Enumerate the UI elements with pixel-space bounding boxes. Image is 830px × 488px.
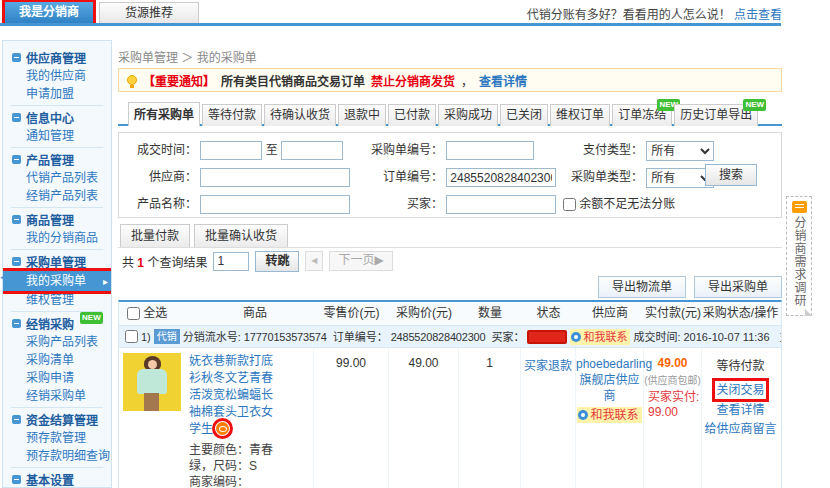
page-number-input[interactable] — [213, 252, 249, 271]
notice-body: 所有类目代销商品交易订单 — [221, 72, 365, 89]
contact-me-badge[interactable]: 和我联系 — [577, 407, 641, 423]
table-header-row: 全选 商品 零售价(元) 采购价(元) 数量 状态 供应商 实付款(元) 采购状… — [119, 302, 781, 326]
export-logistics-button[interactable]: 导出物流单 — [598, 276, 686, 298]
wangwang-icon — [578, 410, 588, 420]
search-button[interactable]: 搜索 — [705, 164, 757, 186]
sidebar-item-consignment-product-list[interactable]: 代销产品列表 — [3, 169, 111, 187]
tab-purchase-success[interactable]: 采购成功 — [438, 104, 498, 126]
col-paid: 实付款(元) — [644, 302, 702, 325]
batch-confirm-receipt-button[interactable]: 批量确认收货 — [194, 224, 288, 247]
insufficient-balance-checkbox[interactable] — [563, 198, 576, 211]
divider — [11, 249, 103, 250]
sidebar-item-distribution-product-list[interactable]: 经销产品列表 — [3, 187, 111, 205]
contact-me-badge[interactable]: 和我联系 — [570, 329, 630, 345]
sidebar-item-rights-management[interactable]: 维权管理 — [3, 291, 111, 309]
sidebar-item-my-suppliers[interactable]: 我的供应商 — [3, 67, 111, 85]
status-buyer-refund-link[interactable]: 买家退款 — [524, 359, 572, 373]
section-supplier-management[interactable]: 供应商管理 — [3, 47, 111, 67]
product-name-label: 产品名称： — [133, 194, 197, 215]
order-status-tabs: 所有采购单 等待付款 待确认收货 退款中 已付款 采购成功 已关闭 维权订单 订… — [118, 102, 782, 126]
tab-paid[interactable]: 已付款 — [388, 104, 436, 126]
message-supplier-link[interactable]: 给供应商留言 — [702, 420, 779, 439]
operations-cell: 等待付款 关闭交易 查看详情 给供应商留言 — [702, 348, 779, 488]
sidebar-item-distribution-purchase-orders[interactable]: 经销采购单 — [3, 387, 111, 405]
flow-no: 17770153573574 — [244, 326, 327, 348]
jump-button[interactable]: 转跳 — [255, 251, 299, 272]
sidebar-item-purchase-product-list[interactable]: 采购产品列表 — [3, 333, 111, 351]
sidebar-item-deposit-management[interactable]: 预存款管理 — [3, 429, 111, 447]
pay-type-label: 支付类型： — [563, 140, 643, 161]
purchase-no-input[interactable] — [446, 141, 534, 160]
collapse-icon — [12, 475, 21, 484]
tab-history-export[interactable]: 历史订单导出NEW — [674, 104, 758, 126]
sidebar-item-notification-management[interactable]: 通知管理 — [3, 127, 111, 145]
collapse-icon — [12, 113, 21, 122]
tab-pending-payment[interactable]: 等待付款 — [202, 104, 262, 126]
select-all-checkbox[interactable] — [127, 307, 140, 320]
distributor-survey-widget[interactable]: 分销商需求调研 — [786, 196, 812, 316]
sidebar-item-purchase-list[interactable]: 采购清单 — [3, 351, 111, 369]
page: 我是分销商 货源推荐 代销分账有多好？看看用的人怎么说！ 点击查看 供应商管理 … — [0, 0, 830, 488]
purchase-no-label: 采购单编号： — [363, 140, 443, 161]
op-status: 等待付款 — [702, 356, 779, 373]
sidebar-item-my-purchase-orders[interactable]: 我的采购单 — [3, 271, 111, 291]
notice-emphasis: 禁止分销商发货 — [371, 72, 455, 89]
result-count: 1 — [137, 256, 144, 270]
view-detail-link[interactable]: 查看详情 — [702, 401, 779, 420]
order-no-input[interactable] — [446, 168, 556, 187]
divider — [11, 207, 103, 208]
sidebar-item-deposit-detail-query[interactable]: 预存款明细查询 — [3, 447, 111, 465]
next-page-button[interactable]: 下一页▶ — [329, 251, 392, 271]
tab-pending-confirm-receipt[interactable]: 待确认收货 — [264, 104, 336, 126]
deal-time-start-input[interactable] — [200, 141, 262, 160]
section-purchase-order-management[interactable]: 采购单管理 — [3, 251, 111, 271]
sidebar-collapse-handle[interactable]: ◀ — [0, 272, 7, 282]
product-title-link[interactable]: 妩衣巷新款打底衫秋冬文艺青春活泼宽松蝙蝠长袖棉套头卫衣女学生 — [189, 354, 273, 436]
section-info-center[interactable]: 信息中心 — [3, 107, 111, 127]
promo-link[interactable]: 点击查看 — [734, 8, 782, 22]
order-no-label: 订单编号： — [363, 167, 443, 188]
purchase-price-cell: 49.00 — [389, 348, 459, 488]
collapse-icon — [12, 53, 21, 62]
section-distribution-purchase[interactable]: 经销采购NEW — [3, 313, 111, 333]
supplier-name-link[interactable]: phoebedarling — [576, 356, 643, 372]
to-label: 至 — [266, 143, 278, 157]
buyer-input[interactable] — [446, 195, 556, 214]
tab-supply-recommend[interactable]: 货源推荐 — [99, 2, 199, 24]
merchant-code-label: 商家编码： — [189, 474, 284, 488]
order-index: 1) — [141, 326, 151, 348]
sidebar-item-my-distribution-goods[interactable]: 我的分销商品 — [3, 229, 111, 247]
sidebar-item-apply-join[interactable]: 申请加盟 — [3, 85, 111, 103]
section-goods-management[interactable]: 商品管理 — [3, 209, 111, 229]
supplier-input[interactable] — [200, 168, 350, 187]
order-checkbox[interactable] — [125, 330, 138, 343]
orders-table: 全选 商品 零售价(元) 采购价(元) 数量 状态 供应商 实付款(元) 采购状… — [118, 300, 782, 488]
close-trade-link[interactable]: 关闭交易 — [716, 382, 764, 398]
wangwang-contact-icon[interactable] — [216, 422, 229, 435]
order-no: 2485520828402300 — [391, 326, 486, 348]
notice-detail-link[interactable]: 查看详情 — [479, 72, 527, 89]
pay-type-select[interactable]: 所有 — [646, 141, 714, 161]
product-thumbnail[interactable] — [123, 353, 181, 411]
sidebar-item-purchase-application[interactable]: 采购申请 — [3, 369, 111, 387]
tab-all-orders[interactable]: 所有采购单 — [128, 102, 200, 126]
deal-time-end-input[interactable] — [281, 141, 343, 160]
tab-refunding[interactable]: 退款中 — [338, 104, 386, 126]
export-purchase-button[interactable]: 导出采购单 — [694, 276, 782, 298]
section-product-management[interactable]: 产品管理 — [3, 149, 111, 169]
tab-order-frozen[interactable]: 订单冻结NEW — [612, 104, 672, 126]
batch-pay-button[interactable]: 批量付款 — [120, 224, 190, 247]
supplier-name-link-2[interactable]: 旗舰店供应商 — [576, 372, 643, 404]
divider — [11, 147, 103, 148]
tab-i-am-distributor[interactable]: 我是分销商 — [5, 2, 93, 23]
tab-rights-orders[interactable]: 维权订单 — [550, 104, 610, 126]
col-purchase-price: 采购价(元) — [389, 302, 459, 325]
product-name-input[interactable] — [200, 195, 350, 214]
section-basic-settings[interactable]: 基本设置 — [3, 469, 111, 488]
section-fund-settlement[interactable]: 资金结算管理 — [3, 409, 111, 429]
divider — [11, 407, 103, 408]
tab-closed[interactable]: 已关闭 — [500, 104, 548, 126]
prev-page-button[interactable]: ◀ — [305, 251, 323, 271]
buyer-label: 买家： — [363, 194, 443, 215]
survey-text: 分销商需求调研 — [792, 216, 806, 307]
